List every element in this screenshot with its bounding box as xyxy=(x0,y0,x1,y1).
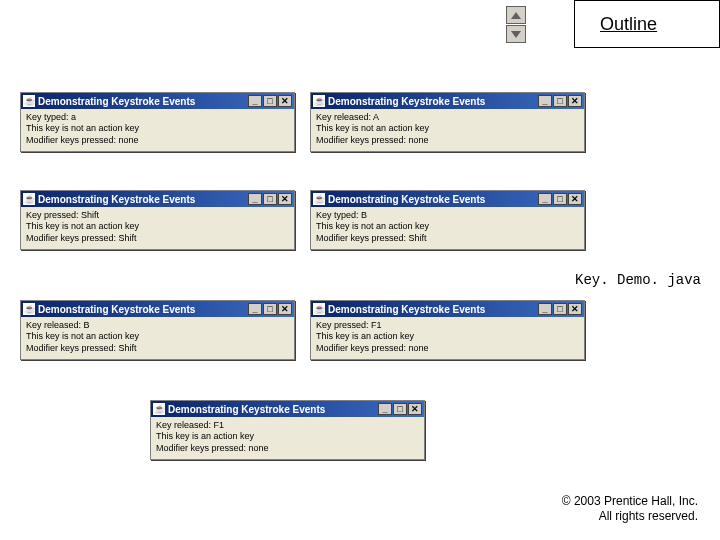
minimize-button[interactable]: _ xyxy=(538,193,552,205)
java-icon: ☕ xyxy=(313,95,325,107)
java-icon: ☕ xyxy=(313,303,325,315)
demo-window: ☕Demonstrating Keystroke Events_□✕Key pr… xyxy=(20,190,295,250)
nav-arrows xyxy=(506,6,526,43)
demo-window: ☕Demonstrating Keystroke Events_□✕Key re… xyxy=(20,300,295,360)
footer-line2: All rights reserved. xyxy=(562,509,698,524)
maximize-button[interactable]: □ xyxy=(553,303,567,315)
window-title: Demonstrating Keystroke Events xyxy=(38,194,248,205)
titlebar[interactable]: ☕Demonstrating Keystroke Events_□✕ xyxy=(21,93,294,109)
maximize-button[interactable]: □ xyxy=(553,193,567,205)
action-key-line: This key is an action key xyxy=(156,431,419,442)
action-key-line: This key is not an action key xyxy=(316,221,579,232)
java-icon: ☕ xyxy=(23,95,35,107)
java-icon: ☕ xyxy=(23,193,35,205)
window-body: Key pressed: F1This key is an action key… xyxy=(311,317,584,359)
minimize-button[interactable]: _ xyxy=(538,95,552,107)
key-event-line: Key pressed: F1 xyxy=(316,320,579,331)
copyright-footer: © 2003 Prentice Hall, Inc. All rights re… xyxy=(562,494,698,524)
action-key-line: This key is not an action key xyxy=(26,331,289,342)
java-icon: ☕ xyxy=(23,303,35,315)
titlebar[interactable]: ☕Demonstrating Keystroke Events_□✕ xyxy=(21,301,294,317)
java-icon: ☕ xyxy=(313,193,325,205)
window-title: Demonstrating Keystroke Events xyxy=(38,96,248,107)
footer-line1: © 2003 Prentice Hall, Inc. xyxy=(562,494,698,509)
modifier-line: Modifier keys pressed: none xyxy=(316,135,579,146)
prev-slide-button[interactable] xyxy=(506,6,526,24)
action-key-line: This key is not an action key xyxy=(26,221,289,232)
modifier-line: Modifier keys pressed: Shift xyxy=(26,233,289,244)
titlebar[interactable]: ☕Demonstrating Keystroke Events_□✕ xyxy=(311,191,584,207)
maximize-button[interactable]: □ xyxy=(393,403,407,415)
demo-window: ☕Demonstrating Keystroke Events_□✕Key ty… xyxy=(310,190,585,250)
caption-filename: Key. Demo. java xyxy=(575,272,701,288)
arrow-down-icon xyxy=(511,31,521,38)
close-button[interactable]: ✕ xyxy=(568,193,582,205)
minimize-button[interactable]: _ xyxy=(378,403,392,415)
titlebar[interactable]: ☕Demonstrating Keystroke Events_□✕ xyxy=(311,301,584,317)
close-button[interactable]: ✕ xyxy=(278,193,292,205)
window-body: Key released: F1This key is an action ke… xyxy=(151,417,424,459)
modifier-line: Modifier keys pressed: Shift xyxy=(26,343,289,354)
maximize-button[interactable]: □ xyxy=(263,193,277,205)
window-title: Demonstrating Keystroke Events xyxy=(168,404,378,415)
demo-window: ☕Demonstrating Keystroke Events_□✕Key re… xyxy=(150,400,425,460)
demo-window: ☕Demonstrating Keystroke Events_□✕Key re… xyxy=(310,92,585,152)
window-body: Key pressed: ShiftThis key is not an act… xyxy=(21,207,294,249)
window-title: Demonstrating Keystroke Events xyxy=(328,96,538,107)
key-event-line: Key typed: a xyxy=(26,112,289,123)
window-title: Demonstrating Keystroke Events xyxy=(328,194,538,205)
close-button[interactable]: ✕ xyxy=(278,95,292,107)
window-body: Key typed: aThis key is not an action ke… xyxy=(21,109,294,151)
action-key-line: This key is not an action key xyxy=(316,123,579,134)
key-event-line: Key released: A xyxy=(316,112,579,123)
minimize-button[interactable]: _ xyxy=(248,303,262,315)
maximize-button[interactable]: □ xyxy=(263,303,277,315)
modifier-line: Modifier keys pressed: none xyxy=(26,135,289,146)
close-button[interactable]: ✕ xyxy=(568,95,582,107)
outline-label: Outline xyxy=(600,14,657,35)
arrow-up-icon xyxy=(511,12,521,19)
close-button[interactable]: ✕ xyxy=(278,303,292,315)
close-button[interactable]: ✕ xyxy=(408,403,422,415)
modifier-line: Modifier keys pressed: none xyxy=(156,443,419,454)
demo-window: ☕Demonstrating Keystroke Events_□✕Key pr… xyxy=(310,300,585,360)
modifier-line: Modifier keys pressed: none xyxy=(316,343,579,354)
key-event-line: Key released: B xyxy=(26,320,289,331)
key-event-line: Key typed: B xyxy=(316,210,579,221)
titlebar[interactable]: ☕Demonstrating Keystroke Events_□✕ xyxy=(151,401,424,417)
minimize-button[interactable]: _ xyxy=(248,95,262,107)
next-slide-button[interactable] xyxy=(506,25,526,43)
key-event-line: Key pressed: Shift xyxy=(26,210,289,221)
action-key-line: This key is an action key xyxy=(316,331,579,342)
window-body: Key typed: BThis key is not an action ke… xyxy=(311,207,584,249)
modifier-line: Modifier keys pressed: Shift xyxy=(316,233,579,244)
key-event-line: Key released: F1 xyxy=(156,420,419,431)
minimize-button[interactable]: _ xyxy=(248,193,262,205)
window-title: Demonstrating Keystroke Events xyxy=(328,304,538,315)
window-body: Key released: BThis key is not an action… xyxy=(21,317,294,359)
java-icon: ☕ xyxy=(153,403,165,415)
close-button[interactable]: ✕ xyxy=(568,303,582,315)
minimize-button[interactable]: _ xyxy=(538,303,552,315)
window-body: Key released: AThis key is not an action… xyxy=(311,109,584,151)
maximize-button[interactable]: □ xyxy=(263,95,277,107)
demo-window: ☕Demonstrating Keystroke Events_□✕Key ty… xyxy=(20,92,295,152)
titlebar[interactable]: ☕Demonstrating Keystroke Events_□✕ xyxy=(21,191,294,207)
titlebar[interactable]: ☕Demonstrating Keystroke Events_□✕ xyxy=(311,93,584,109)
maximize-button[interactable]: □ xyxy=(553,95,567,107)
window-title: Demonstrating Keystroke Events xyxy=(38,304,248,315)
action-key-line: This key is not an action key xyxy=(26,123,289,134)
